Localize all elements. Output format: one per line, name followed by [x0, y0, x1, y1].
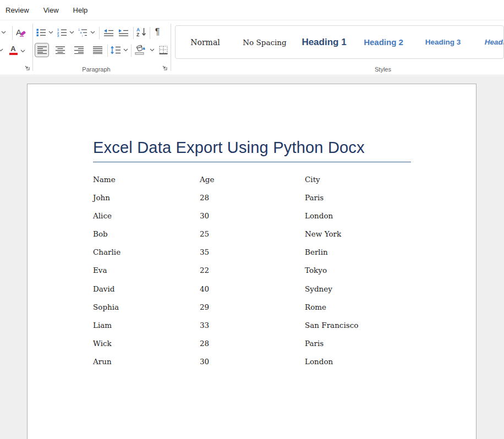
- increase-indent-button[interactable]: [117, 26, 129, 39]
- table-cell: Liam: [93, 321, 200, 330]
- svg-text:A: A: [16, 28, 21, 37]
- table-cell: London: [305, 211, 434, 220]
- table-cell: 28: [200, 339, 305, 348]
- font-color-letter: A: [10, 45, 15, 52]
- table-cell: Berlin: [305, 248, 434, 256]
- align-right-button[interactable]: [73, 43, 85, 57]
- table-row: Bob25New York: [93, 229, 434, 248]
- menu-bar: Review View Help: [0, 0, 504, 20]
- style-item-nospacing[interactable]: No Spacing: [235, 26, 294, 58]
- table-cell: Rome: [305, 303, 434, 311]
- table-cell: 33: [200, 321, 305, 330]
- ribbon: A A 1: [0, 20, 504, 75]
- table-row: Arun30London: [93, 357, 434, 375]
- shading-button[interactable]: [134, 43, 148, 56]
- chevron-down-icon[interactable]: [150, 43, 155, 57]
- style-item-h4[interactable]: Heading 4: [473, 26, 504, 58]
- style-item-h1[interactable]: Heading 1: [294, 26, 354, 58]
- table-cell: Bob: [93, 229, 200, 238]
- chevron-down-icon[interactable]: [90, 26, 95, 39]
- menu-tab-review[interactable]: Review: [4, 4, 30, 17]
- style-item-h2[interactable]: Heading 2: [354, 26, 413, 58]
- table-row: Eva22Tokyo: [93, 266, 434, 284]
- chevron-down-icon[interactable]: [20, 45, 25, 58]
- styles-group-label: Styles: [375, 66, 391, 73]
- multilevel-list-button[interactable]: 1 a i: [77, 26, 88, 39]
- title-underline: [93, 162, 411, 162]
- menu-tab-view[interactable]: View: [42, 4, 60, 17]
- table-cell: 30: [200, 211, 305, 220]
- chevron-down-icon[interactable]: [48, 26, 53, 39]
- table-row: John28Paris: [93, 193, 434, 211]
- document-page[interactable]: Excel Data Export Using Python Docx Name…: [27, 84, 476, 439]
- table-cell: Paris: [305, 193, 434, 202]
- table-row: Charlie35Berlin: [93, 248, 434, 266]
- svg-text:3: 3: [57, 34, 59, 37]
- menu-tab-help[interactable]: Help: [72, 4, 89, 17]
- table-cell: London: [305, 357, 434, 366]
- table-cell: Arun: [93, 357, 200, 366]
- decrease-indent-button[interactable]: [102, 26, 114, 39]
- table-row: Sophia29Rome: [93, 303, 434, 321]
- table-cell: 22: [200, 266, 305, 275]
- chevron-down-icon[interactable]: [123, 43, 128, 57]
- paragraph-dialog-launcher[interactable]: [161, 64, 168, 71]
- separator: [150, 27, 150, 39]
- chevron-down-icon[interactable]: [1, 26, 6, 39]
- separator: [131, 45, 132, 57]
- align-left-button[interactable]: [35, 43, 49, 57]
- table-cell: 35: [200, 248, 305, 256]
- font-dialog-launcher[interactable]: [24, 64, 30, 71]
- separator: [133, 27, 134, 39]
- font-color-swatch: [9, 53, 18, 55]
- separator: [107, 45, 108, 57]
- separator: [99, 27, 100, 39]
- table-row: Wick28Paris: [93, 339, 434, 357]
- table-cell: City: [305, 175, 434, 184]
- separator: [12, 26, 13, 40]
- table-cell: Wick: [93, 339, 200, 348]
- document-canvas: Excel Data Export Using Python Docx Name…: [0, 76, 504, 439]
- table-cell: 40: [200, 284, 305, 293]
- svg-text:i: i: [82, 34, 83, 37]
- document-title: Excel Data Export Using Python Docx: [93, 139, 365, 157]
- styles-gallery-items: NormalNo SpacingHeading 1Heading 2Headin…: [175, 25, 504, 59]
- chevron-down-icon[interactable]: [69, 26, 74, 39]
- style-item-normal[interactable]: Normal: [176, 26, 235, 58]
- table-cell: New York: [305, 229, 434, 238]
- table-cell: 28: [200, 193, 305, 202]
- table-cell: Age: [200, 175, 305, 184]
- table-cell: Name: [93, 175, 200, 184]
- table-cell: San Francisco: [305, 321, 434, 330]
- table-cell: 30: [200, 357, 305, 366]
- table-cell: John: [93, 193, 200, 202]
- clear-formatting-button[interactable]: A: [15, 26, 27, 39]
- numbering-button[interactable]: 1 2 3: [56, 26, 67, 39]
- chevron-down-icon[interactable]: [0, 43, 3, 57]
- table-row: David40Sydney: [93, 284, 434, 303]
- table-row: Alice30London: [93, 211, 434, 229]
- table-row: Liam33San Francisco: [93, 321, 434, 339]
- line-spacing-button[interactable]: [109, 43, 122, 57]
- table-cell: 25: [200, 229, 305, 238]
- table-cell: Tokyo: [305, 266, 434, 275]
- table-cell: Charlie: [93, 248, 200, 256]
- table-cell: 29: [200, 303, 305, 311]
- show-formatting-marks-button[interactable]: ¶: [152, 25, 162, 39]
- paragraph-group-label: Paragraph: [82, 66, 110, 73]
- doc-table: NameAgeCityJohn28ParisAlice30LondonBob25…: [93, 175, 434, 375]
- bullets-button[interactable]: [35, 26, 46, 39]
- separator: [32, 24, 33, 71]
- table-cell: Alice: [93, 211, 200, 220]
- align-center-button[interactable]: [54, 43, 66, 57]
- font-color-button[interactable]: A: [7, 43, 20, 57]
- justify-button[interactable]: [91, 43, 103, 57]
- sort-button[interactable]: A Z: [135, 25, 147, 39]
- table-cell: Sophia: [93, 303, 200, 311]
- table-cell: Paris: [305, 339, 434, 348]
- style-item-h3[interactable]: Heading 3: [413, 26, 473, 58]
- borders-button[interactable]: [157, 43, 169, 57]
- separator: [171, 24, 171, 71]
- table-header-row: NameAgeCity: [93, 175, 434, 193]
- svg-text:Z: Z: [136, 32, 139, 37]
